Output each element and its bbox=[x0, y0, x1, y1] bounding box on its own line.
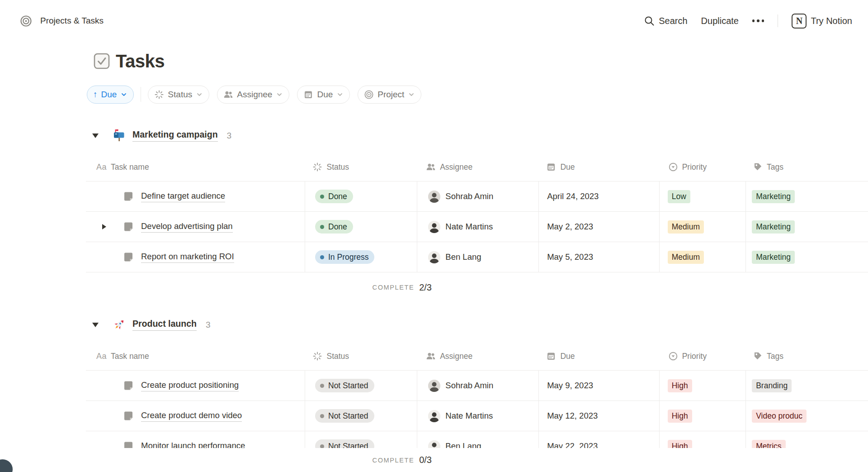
column-header[interactable]: Task name bbox=[111, 162, 149, 172]
due-date: May 2, 2023 bbox=[547, 222, 593, 232]
expand-toggle[interactable] bbox=[97, 224, 111, 229]
column-header[interactable]: Status bbox=[326, 162, 349, 172]
column-header[interactable]: Priority bbox=[682, 162, 707, 172]
rocket-emoji bbox=[112, 318, 126, 332]
tag-badge: Video produc bbox=[752, 410, 807, 423]
table-header: AaTask name Status Assignee Due Priority… bbox=[86, 342, 868, 371]
avatar bbox=[428, 380, 440, 392]
filter-button-status[interactable]: Status bbox=[148, 86, 209, 104]
table-row: Define target audience Done Sohrab Amin … bbox=[86, 181, 868, 212]
text-type-icon: Aa bbox=[96, 162, 107, 172]
priority-badge: High bbox=[668, 410, 692, 423]
sticky-footer: COMPLETE 0/3 bbox=[0, 448, 868, 472]
topbar-divider bbox=[778, 14, 778, 27]
search-button[interactable]: Search bbox=[644, 16, 687, 26]
tag-badge: Marketing bbox=[752, 220, 795, 234]
due-date: May 5, 2023 bbox=[547, 252, 593, 262]
column-header[interactable]: Due bbox=[560, 162, 575, 172]
table-header: AaTask name Status Assignee Due Priority… bbox=[86, 153, 868, 181]
complete-value: 2/3 bbox=[419, 282, 432, 293]
try-notion-button[interactable]: N Try Notion bbox=[792, 14, 852, 29]
page-icon bbox=[123, 221, 134, 233]
column-header[interactable]: Tags bbox=[767, 162, 783, 172]
sort-button-due[interactable]: ↑ Due bbox=[87, 86, 134, 104]
avatar bbox=[428, 410, 440, 422]
people-icon bbox=[223, 90, 233, 100]
tag-badge: Marketing bbox=[752, 251, 795, 264]
checkbox-page-icon bbox=[93, 52, 110, 70]
column-header[interactable]: Assignee bbox=[440, 352, 472, 361]
search-icon bbox=[644, 16, 655, 26]
topbar: Projects & Tasks Search Duplicate N Try … bbox=[0, 0, 868, 42]
target-icon bbox=[20, 15, 32, 27]
task-name-link[interactable]: Create product demo video bbox=[141, 410, 242, 422]
group-header-product-launch: Product launch 3 bbox=[86, 316, 868, 333]
column-header[interactable]: Priority bbox=[682, 352, 707, 361]
filter-label: Status bbox=[168, 90, 192, 100]
group-count: 3 bbox=[206, 320, 211, 330]
page-icon bbox=[123, 380, 134, 391]
table-row: Report on marketing ROI In Progress Ben … bbox=[86, 242, 868, 272]
priority-icon bbox=[668, 351, 678, 361]
assignee-name: Nate Martins bbox=[445, 222, 493, 232]
due-date: May 9, 2023 bbox=[547, 381, 593, 391]
column-header[interactable]: Due bbox=[560, 352, 575, 361]
avatar bbox=[428, 191, 440, 203]
status-icon bbox=[312, 351, 322, 361]
task-name-link[interactable]: Define target audience bbox=[141, 191, 225, 202]
task-name-link[interactable]: Report on marketing ROI bbox=[141, 252, 234, 263]
priority-badge: Medium bbox=[668, 220, 704, 234]
task-name-link[interactable]: Develop advertising plan bbox=[141, 221, 233, 233]
chevron-down-icon bbox=[337, 91, 343, 98]
group-title-link[interactable]: Marketing campaign bbox=[132, 129, 218, 142]
filter-label: Project bbox=[377, 90, 404, 100]
page-icon bbox=[123, 251, 134, 263]
column-header[interactable]: Tags bbox=[767, 352, 783, 361]
due-date: May 12, 2023 bbox=[547, 411, 598, 421]
group-title-link[interactable]: Product launch bbox=[132, 319, 197, 331]
notion-logo-icon: N bbox=[792, 14, 807, 29]
complete-value: 0/3 bbox=[419, 455, 432, 465]
group-aggregate: COMPLETE 0/3 bbox=[86, 448, 432, 472]
status-badge: Done bbox=[315, 220, 353, 234]
group-header-marketing-campaign: Marketing campaign 3 bbox=[86, 127, 868, 144]
group-aggregate: COMPLETE 2/3 bbox=[86, 272, 432, 302]
tag-badge: Branding bbox=[752, 379, 792, 392]
duplicate-button[interactable]: Duplicate bbox=[701, 16, 739, 26]
assignee-name: Nate Martins bbox=[445, 411, 493, 421]
filter-button-project[interactable]: Project bbox=[358, 86, 421, 104]
status-icon bbox=[154, 90, 164, 100]
collapse-toggle-icon[interactable] bbox=[92, 323, 99, 327]
assignee-name: Sohrab Amin bbox=[445, 191, 493, 201]
calendar-icon bbox=[303, 90, 313, 100]
avatar bbox=[428, 251, 440, 263]
status-badge: Not Started bbox=[315, 379, 374, 392]
column-header[interactable]: Status bbox=[326, 352, 349, 361]
due-date: April 24, 2023 bbox=[547, 191, 599, 201]
column-header[interactable]: Task name bbox=[111, 352, 149, 361]
status-icon bbox=[312, 162, 322, 172]
more-icon[interactable] bbox=[752, 19, 764, 22]
filter-button-due[interactable]: Due bbox=[297, 86, 350, 104]
breadcrumb[interactable]: Projects & Tasks bbox=[40, 16, 104, 26]
mailbox-emoji bbox=[112, 129, 126, 143]
sort-label: Due bbox=[101, 90, 117, 100]
calendar-icon bbox=[546, 162, 556, 172]
filter-button-assignee[interactable]: Assignee bbox=[217, 86, 289, 104]
chevron-down-icon bbox=[196, 91, 203, 98]
status-badge: Done bbox=[315, 190, 353, 203]
filter-label: Due bbox=[317, 90, 333, 100]
task-name-link[interactable]: Create product positioning bbox=[141, 380, 239, 391]
filter-label: Assignee bbox=[237, 90, 272, 100]
sort-ascending-icon: ↑ bbox=[93, 90, 98, 99]
chevron-down-icon bbox=[276, 91, 283, 98]
assignee-name: Sohrab Amin bbox=[445, 381, 493, 391]
collapse-toggle-icon[interactable] bbox=[92, 133, 99, 138]
try-notion-label: Try Notion bbox=[811, 16, 852, 26]
chevron-down-icon bbox=[408, 91, 415, 98]
table-row: Create product demo video Not Started Na… bbox=[86, 401, 868, 431]
column-header[interactable]: Assignee bbox=[440, 162, 472, 172]
complete-label: COMPLETE bbox=[373, 457, 415, 464]
complete-label: COMPLETE bbox=[373, 284, 415, 291]
filter-divider bbox=[141, 87, 141, 102]
